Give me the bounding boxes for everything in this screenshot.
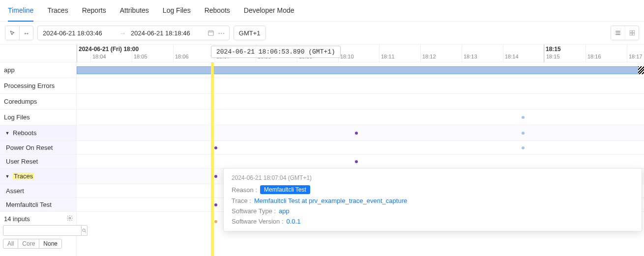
lane-label: Log Files <box>4 114 30 121</box>
event-dot[interactable] <box>214 175 217 178</box>
caret-down-icon: ▼ <box>4 131 11 136</box>
card-label-reason: Reason : <box>232 186 257 194</box>
lane-power-on-reset[interactable]: Power On Reset <box>0 141 76 155</box>
svg-rect-0 <box>208 31 214 35</box>
filter-all[interactable]: All <box>3 239 18 249</box>
inputs-summary: 14 inputs <box>0 212 76 225</box>
lane-memfaultcli-test[interactable]: Memfaultcli Test <box>0 198 76 212</box>
lane-group-traces[interactable]: ▼ Traces <box>0 169 76 184</box>
time-ruler[interactable]: 18:0218:0318:0418:0518:0618:0718:0818:09… <box>77 45 644 62</box>
ruler-tick-label: 18:04 <box>92 54 106 59</box>
grid-view-button[interactable] <box>625 26 639 40</box>
tab-reboots[interactable]: Reboots <box>205 0 230 22</box>
lane-tree: app Processing Errors Coredumps Log File… <box>0 45 77 256</box>
ruler-tick-label: 18:16 <box>587 54 601 59</box>
lane-label: Processing Errors <box>4 82 55 89</box>
event-dot[interactable] <box>355 160 358 163</box>
swtype-link[interactable]: app <box>279 207 290 215</box>
svg-rect-4 <box>632 33 634 35</box>
tab-log-files[interactable]: Log Files <box>163 0 191 22</box>
ruler-tick-label: 18:05 <box>134 54 147 59</box>
lane-body-user-reset <box>77 155 644 169</box>
gear-icon[interactable] <box>66 215 73 223</box>
svg-rect-1 <box>630 30 632 32</box>
arrow-right-icon: → <box>119 29 126 37</box>
lane-processing-errors[interactable]: Processing Errors <box>0 78 76 94</box>
app-span-bar[interactable] <box>77 66 644 74</box>
lane-user-reset[interactable]: User Reset <box>0 155 76 169</box>
svg-point-5 <box>69 217 71 219</box>
filter-buttons: AllCoreNone <box>0 239 76 249</box>
lane-label: Memfaultcli Test <box>6 201 52 208</box>
lane-body-processing-errors <box>77 78 644 94</box>
lane-coredumps[interactable]: Coredumps <box>0 94 76 110</box>
swver-link[interactable]: 0.0.1 <box>287 218 301 225</box>
card-label-swver: Software Version : <box>232 218 284 225</box>
filter-core[interactable]: Core <box>18 239 39 249</box>
lane-label: app <box>4 66 15 74</box>
lane-label: Power On Reset <box>6 144 53 151</box>
cursor-marker <box>211 62 214 256</box>
trace-detail-card: 2024-06-21 18:07:04 (GMT+1) Reason : Mem… <box>223 168 642 231</box>
inputs-count: 14 inputs <box>4 215 30 223</box>
reason-badge[interactable]: Memfaultcli Test <box>260 185 310 194</box>
range-start-input[interactable] <box>42 29 116 37</box>
end-marker-icon <box>638 66 644 74</box>
tab-reports[interactable]: Reports <box>82 0 106 22</box>
ruler-tick-label: 18:12 <box>422 54 436 59</box>
ruler-major-label: 2024-06-21 (Fri) 18:00 <box>79 46 139 53</box>
ruler-tick-label: 18:17 <box>629 54 643 59</box>
time-range-picker[interactable]: → ··· <box>37 26 230 40</box>
event-dot[interactable] <box>214 203 217 206</box>
toolbar: ↔ → ··· GMT+1 <box>0 22 644 45</box>
lane-body-coredumps <box>77 94 644 110</box>
event-dot[interactable] <box>214 220 217 223</box>
lane-label: Assert <box>6 187 24 195</box>
tab-timeline[interactable]: Timeline <box>8 0 33 22</box>
range-end-input[interactable] <box>130 29 204 37</box>
card-label-swtype: Software Type : <box>232 207 276 215</box>
lane-label: Reboots <box>13 129 36 137</box>
card-label-trace: Trace : <box>232 197 251 204</box>
ruler-tick-label: 18:15 <box>546 54 560 59</box>
event-dot[interactable] <box>355 132 358 135</box>
ruler-major-label: 18:15 <box>546 46 561 53</box>
hover-time-bubble: 2024-06-21 18:06:53.890 (GMT+1) <box>211 46 341 58</box>
calendar-icon[interactable] <box>207 29 214 36</box>
more-icon[interactable]: ··· <box>218 29 225 37</box>
event-dot[interactable] <box>522 132 525 135</box>
tab-attributes[interactable]: Attributes <box>120 0 149 22</box>
event-dot[interactable] <box>214 146 217 149</box>
list-view-button[interactable] <box>611 26 625 40</box>
pan-tool[interactable]: ↔ <box>19 26 33 40</box>
lane-assert[interactable]: Assert <box>0 184 76 198</box>
filter-none[interactable]: None <box>39 239 62 249</box>
lane-body-log-files <box>77 110 644 125</box>
lane-body-power-on-reset <box>77 141 644 155</box>
lane-body-reboots <box>77 125 644 141</box>
lane-label: Traces <box>13 172 34 180</box>
cursor-tool-group: ↔ <box>5 26 33 40</box>
lane-label: User Reset <box>6 158 38 165</box>
view-toggle-group <box>611 26 639 40</box>
caret-down-icon: ▼ <box>4 174 11 179</box>
svg-rect-3 <box>630 33 632 35</box>
lane-app[interactable]: app <box>0 62 76 78</box>
event-dot[interactable] <box>522 116 525 119</box>
ruler-tick-label: 18:13 <box>464 54 477 59</box>
timezone-select[interactable]: GMT+1 <box>234 26 266 40</box>
lane-body-app <box>77 62 644 78</box>
card-timestamp: 2024-06-21 18:07:04 (GMT+1) <box>232 174 634 181</box>
svg-rect-2 <box>632 30 634 32</box>
tab-developer-mode[interactable]: Developer Mode <box>244 0 294 22</box>
cursor-tool[interactable] <box>5 26 19 40</box>
timeline-pane[interactable]: 18:0218:0318:0418:0518:0618:0718:0818:09… <box>77 45 644 256</box>
lane-label: Coredumps <box>4 98 37 105</box>
lane-group-reboots[interactable]: ▼ Reboots <box>0 125 76 141</box>
event-dot[interactable] <box>522 146 525 149</box>
trace-link[interactable]: Memfaultcli Test at prv_example_trace_ev… <box>254 197 407 204</box>
ruler-tick-label: 18:11 <box>381 54 395 59</box>
tree-search-input[interactable] <box>3 225 82 236</box>
lane-log-files[interactable]: Log Files <box>0 110 76 125</box>
tab-traces[interactable]: Traces <box>47 0 68 22</box>
